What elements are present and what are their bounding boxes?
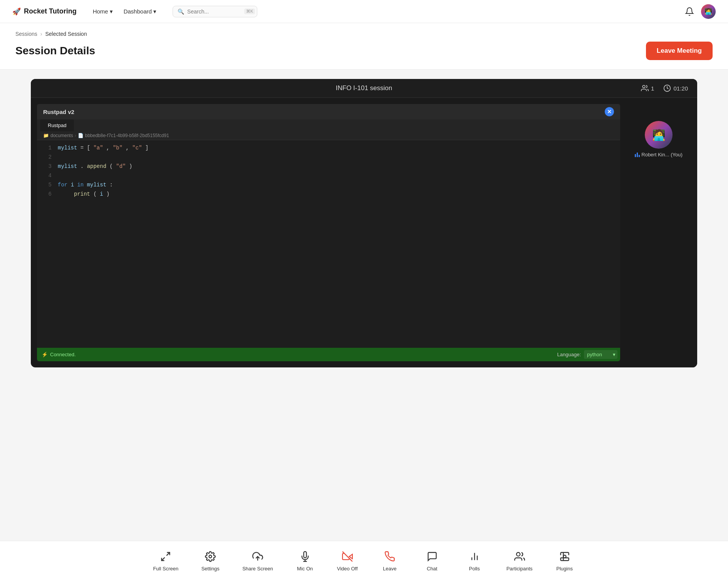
file-icon: 📄 (78, 133, 84, 138)
leave-icon (383, 550, 397, 563)
breadcrumb-sessions[interactable]: Sessions (15, 31, 37, 37)
toolbar-polls[interactable]: Polls (453, 546, 496, 575)
video-label: Video Off (337, 566, 358, 572)
code-line-3: 3 mylist . append ( "d" ) (37, 162, 620, 171)
polls-label: Polls (469, 566, 480, 572)
svg-line-3 (162, 557, 165, 560)
page-title: Session Details (15, 45, 95, 57)
search-shortcut: ⌘K (244, 8, 255, 14)
share-screen-label: Share Screen (242, 566, 273, 572)
participants-toolbar-label: Participants (507, 566, 533, 572)
session-wrapper: INFO I-101 session 1 01: (0, 70, 728, 406)
search-bar[interactable]: 🔍 ⌘K (173, 6, 257, 17)
brand-name: Rocket Tutoring (24, 7, 77, 15)
participants-count: 1 (641, 84, 654, 92)
topnav-right: 🧑‍💻 (684, 4, 716, 19)
settings-label: Settings (201, 566, 220, 572)
search-icon: 🔍 (178, 8, 184, 15)
toolbar-plugins[interactable]: Plugins (543, 546, 586, 575)
session-title: INFO I-101 session (336, 84, 392, 92)
connected-text: Connected. (50, 352, 76, 357)
participant-name-text: Robert Kin... (You) (641, 152, 682, 158)
leave-label: Leave (383, 566, 396, 572)
plugins-label: Plugins (556, 566, 573, 572)
participants-icon (641, 84, 649, 92)
language-select[interactable]: python javascript rust java (584, 350, 617, 359)
svg-line-2 (167, 553, 170, 556)
chat-label: Chat (427, 566, 437, 572)
session-body: Rustpad v2 ✕ Rustpad 📁 documents › 📄 bbb… (31, 98, 697, 367)
speaking-bar-1 (635, 154, 636, 157)
mic-icon (298, 550, 312, 563)
polls-icon (468, 550, 481, 563)
nav-home[interactable]: Home ▾ (89, 6, 117, 17)
toolbar-mic[interactable]: Mic On (284, 546, 326, 575)
participant-count-value: 1 (651, 85, 654, 92)
breadcrumb-current: Selected Session (45, 31, 87, 37)
toolbar-settings[interactable]: Settings (189, 546, 231, 575)
bottom-toolbar: Full Screen Settings Share Screen (0, 541, 728, 580)
editor-breadcrumb: 📁 documents › 📄 bbbedb8e-f7c1-4b99-b58f-… (37, 131, 620, 140)
page-header-row: Session Details Leave Meeting (15, 42, 713, 60)
page-header: Sessions › Selected Session Session Deta… (0, 23, 728, 70)
connected-badge: ⚡ Connected. (42, 352, 76, 357)
top-nav: 🚀 Rocket Tutoring Home ▾ Dashboard ▾ 🔍 ⌘… (0, 0, 728, 23)
code-line-5: 5 for i in mylist : (37, 180, 620, 189)
code-area[interactable]: 1 mylist = [ "a" , "b" , "c" ] (37, 140, 620, 348)
participants-toolbar-icon (513, 550, 527, 563)
notification-bell-icon[interactable] (684, 6, 695, 17)
svg-point-13 (516, 553, 520, 556)
settings-icon (203, 550, 217, 563)
nav-links: Home ▾ Dashboard ▾ (89, 6, 160, 17)
breadcrumb-separator: › (40, 31, 42, 37)
breadcrumb-file: bbbedb8e-f7c1-4b99-b58f-2bd5155fcd91 (85, 133, 169, 138)
mic-label: Mic On (297, 566, 313, 572)
folder-icon: 📁 (43, 133, 49, 138)
clock-icon (663, 84, 671, 92)
video-off-icon (341, 550, 354, 563)
speaking-bar-2 (637, 153, 638, 157)
editor-bottom-bar: ⚡ Connected. Language: python javascript… (37, 348, 620, 361)
toolbar-full-screen[interactable]: Full Screen (142, 546, 189, 575)
chevron-down-icon: ▾ (110, 8, 113, 15)
language-selector[interactable]: Language: python javascript rust java ▾ (557, 350, 616, 359)
participants-panel: 🧑‍💻 Robert Kin... (You) (620, 98, 697, 367)
timer-value: 01:20 (673, 85, 688, 92)
session-meta: 1 01:20 (641, 84, 688, 92)
nav-dashboard[interactable]: Dashboard ▾ (120, 6, 160, 17)
session-topbar: INFO I-101 session 1 01: (31, 79, 697, 98)
language-label: Language: (557, 352, 581, 357)
editor-close-button[interactable]: ✕ (605, 107, 614, 116)
toolbar-participants[interactable]: Participants (496, 546, 543, 575)
chevron-down-icon: ▾ (153, 8, 156, 15)
speaking-bar-3 (639, 155, 640, 157)
svg-point-0 (642, 85, 645, 88)
full-screen-label: Full Screen (153, 566, 178, 572)
toolbar-share-screen[interactable]: Share Screen (231, 546, 284, 575)
breadcrumb-sep-editor: › (75, 133, 76, 138)
breadcrumb: Sessions › Selected Session (15, 31, 713, 37)
share-screen-icon (251, 550, 265, 563)
plugins-icon (558, 550, 572, 563)
toolbar-chat[interactable]: Chat (411, 546, 453, 575)
toolbar-video[interactable]: Video Off (326, 546, 369, 575)
editor-titlebar: Rustpad v2 ✕ (37, 104, 620, 119)
svg-marker-8 (349, 554, 352, 559)
session-container: INFO I-101 session 1 01: (31, 79, 697, 367)
editor-tabs: Rustpad (37, 119, 620, 131)
speaking-bars (635, 153, 640, 157)
full-screen-icon (159, 550, 173, 563)
editor-panel: Rustpad v2 ✕ Rustpad 📁 documents › 📄 bbb… (37, 104, 620, 361)
avatar[interactable]: 🧑‍💻 (701, 4, 716, 19)
participant-card: 🧑‍💻 Robert Kin... (You) (635, 121, 682, 158)
leave-meeting-button[interactable]: Leave Meeting (646, 42, 713, 60)
chat-icon (425, 550, 439, 563)
editor-tab-rustpad[interactable]: Rustpad (40, 119, 74, 131)
search-input[interactable] (187, 8, 241, 15)
editor-title: Rustpad v2 (43, 109, 74, 115)
toolbar-leave[interactable]: Leave (369, 546, 411, 575)
participant-avatar: 🧑‍💻 (645, 121, 673, 149)
svg-point-14 (563, 555, 566, 558)
brand-logo[interactable]: 🚀 Rocket Tutoring (12, 7, 77, 16)
brand-emoji: 🚀 (12, 7, 21, 16)
